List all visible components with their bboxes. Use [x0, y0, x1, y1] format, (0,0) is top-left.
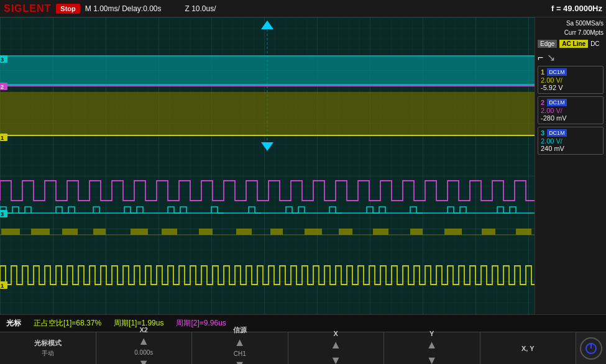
- svg-rect-17: [162, 229, 177, 235]
- waveform-svg: 2 1 3 1 3: [0, 17, 535, 314]
- svg-rect-24: [410, 229, 423, 235]
- svg-rect-18: [199, 229, 213, 235]
- svg-rect-5: [0, 55, 535, 85]
- xy-label: X, Y: [521, 345, 535, 352]
- ch2-badge: DC1M: [547, 99, 567, 106]
- svg-rect-13: [31, 229, 50, 235]
- ac-line-label[interactable]: AC Line: [559, 40, 588, 48]
- svg-text:3: 3: [1, 211, 4, 217]
- edge-label: Edge: [538, 40, 557, 48]
- svg-text:2: 2: [1, 84, 4, 90]
- ch2-voltage: 2.00 V/: [541, 107, 600, 114]
- slope-symbol: ⌐: [538, 52, 543, 63]
- zoom-display: Z 10.0us/: [185, 4, 216, 13]
- stop-button[interactable]: Stop: [56, 4, 80, 14]
- trigger-symbols: ⌐ ↘: [538, 52, 604, 63]
- io-symbol: [584, 341, 599, 356]
- svg-rect-25: [444, 229, 462, 235]
- svg-text:1: 1: [1, 135, 4, 141]
- sample-rate: Sa 500MSa/s: [538, 20, 604, 27]
- x2-button[interactable]: X2 ▲ 0.000s ▼: [96, 332, 193, 364]
- svg-rect-8: [0, 92, 535, 135]
- source-down-arrow: ▼: [234, 358, 246, 365]
- status-bar: 光标 正占空比[1]=68.37% 周期[1]=1.99us 周期[2]=9.9…: [0, 314, 606, 332]
- oscilloscope: SIGLENT Stop M 1.00ms/ Delay:0.00s Z 10.…: [0, 0, 606, 364]
- x-down-arrow: ▼: [330, 354, 341, 365]
- ch2-offset: -280 mV: [541, 114, 600, 122]
- svg-rect-16: [131, 229, 148, 235]
- ch2-info: 2 DC1M 2.00 V/ -280 mV: [538, 96, 604, 124]
- ch1-voltage: 2.00 V/: [541, 76, 600, 84]
- svg-rect-21: [305, 229, 322, 235]
- cursor-mode-button[interactable]: 光标模式 手动: [0, 332, 96, 364]
- cursor-label: 光标: [6, 318, 21, 329]
- svg-rect-27: [516, 229, 531, 235]
- svg-rect-23: [373, 229, 388, 235]
- slope-symbol2: ↘: [547, 52, 555, 63]
- cursor-mode-label: 光标模式: [34, 339, 62, 348]
- svg-rect-12: [1, 229, 20, 235]
- svg-rect-20: [270, 229, 283, 235]
- svg-text:3: 3: [1, 57, 4, 63]
- ch3-info: 3 DC1M 2.00 V/ 240 mV: [538, 127, 604, 155]
- ch3-badge: DC1M: [547, 129, 567, 137]
- ch2-number: 2: [541, 99, 544, 106]
- source-label: 信源: [233, 325, 247, 335]
- svg-rect-26: [482, 229, 495, 235]
- x-up-arrow: ▲: [330, 339, 341, 352]
- svg-rect-19: [236, 229, 252, 235]
- x2-down-arrow: ▼: [138, 357, 149, 364]
- y-button[interactable]: Y ▲ ▼: [384, 332, 480, 364]
- source-button[interactable]: 信源 ▲ CH1 ▼: [192, 332, 288, 364]
- svg-rect-14: [62, 229, 78, 235]
- y-up-arrow: ▲: [426, 339, 438, 352]
- io-icon[interactable]: [580, 337, 602, 360]
- bottom-bar: 光标模式 手动 X2 ▲ 0.000s ▼ 信源 ▲ CH1 ▼ X ▲ ▼ Y…: [0, 332, 606, 364]
- source-up-arrow: ▲: [234, 336, 246, 349]
- svg-rect-22: [339, 229, 352, 235]
- x2-value: 0.000s: [134, 349, 153, 356]
- trigger-marker-top: [261, 20, 273, 29]
- frequency-display: f = 49.0000Hz: [551, 4, 602, 13]
- ch3-voltage: 2.00 V/: [541, 137, 600, 145]
- period1-display: 周期[1]=1.99us: [114, 318, 163, 329]
- period2-display: 周期[2]=9.96us: [176, 318, 226, 329]
- logo-siglent: SIGLENT: [4, 3, 51, 14]
- logo: SIGLENT: [4, 3, 51, 14]
- top-bar: SIGLENT Stop M 1.00ms/ Delay:0.00s Z 10.…: [0, 0, 606, 17]
- x2-up-arrow: ▲: [138, 335, 149, 348]
- ch1-number: 1: [541, 68, 544, 76]
- xy-button[interactable]: X, Y: [480, 332, 577, 364]
- right-panel: Sa 500MSa/s Curr 7.00Mpts Edge AC Line D…: [535, 17, 606, 314]
- main-area: 2 1 3 1 3 Sa 500MSa/s Curr 7.00Mpts Edge…: [0, 17, 606, 314]
- y-label: Y: [429, 330, 434, 337]
- x2-label: X2: [140, 326, 148, 334]
- y-down-arrow: ▼: [426, 354, 438, 365]
- svg-text:1: 1: [1, 283, 4, 289]
- timebase-display: M 1.00ms/ Delay:0.00s: [85, 4, 162, 13]
- dc-label: DC: [590, 40, 599, 47]
- cursor-mode-value: 手动: [42, 349, 54, 358]
- svg-rect-15: [93, 229, 106, 235]
- ch3-offset: 240 mV: [541, 145, 600, 152]
- current-mem: Curr 7.00Mpts: [538, 29, 604, 36]
- ch1-info: 1 DC1M 2.00 V/ -5.92 V: [538, 66, 604, 94]
- ch1-offset: -5.92 V: [541, 84, 600, 91]
- x-label: X: [334, 330, 338, 337]
- ch3-number: 3: [541, 129, 544, 137]
- ch1-badge: DC1M: [547, 68, 567, 76]
- source-value: CH1: [234, 350, 246, 357]
- trigger-row: Edge AC Line DC: [538, 40, 604, 48]
- duty-cycle-display: 正占空比[1]=68.37%: [34, 318, 101, 329]
- waveform-area: 2 1 3 1 3: [0, 17, 535, 314]
- x-button[interactable]: X ▲ ▼: [288, 332, 385, 364]
